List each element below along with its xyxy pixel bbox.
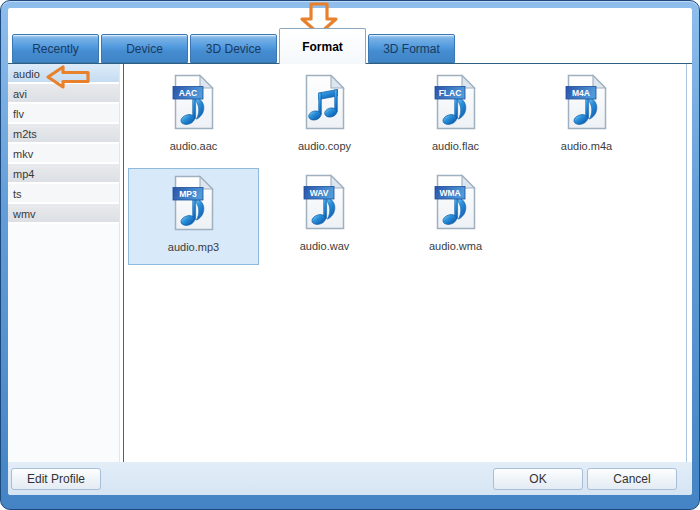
icon-grid-row-1: AACaudio.aacaudio.copyFLACaudio.flacM4Aa… bbox=[124, 68, 686, 165]
profile-icon-label: audio.copy bbox=[259, 140, 390, 152]
sidebar-item-m2ts[interactable]: m2ts bbox=[8, 124, 119, 144]
profile-icon-label: audio.flac bbox=[390, 140, 521, 152]
profile-icon-audio-m4a[interactable]: M4Aaudio.m4a bbox=[521, 68, 652, 165]
svg-text:M4A: M4A bbox=[572, 88, 590, 98]
tab-format[interactable]: Format bbox=[279, 28, 366, 64]
profile-icon-audio-copy[interactable]: audio.copy bbox=[259, 68, 390, 165]
sidebar-item-avi[interactable]: avi bbox=[8, 84, 119, 104]
audio-file-icon: WMA bbox=[433, 173, 479, 231]
profile-icon-label: audio.mp3 bbox=[129, 241, 258, 253]
profile-icon-label: audio.wav bbox=[259, 240, 390, 252]
profile-icon-audio-mp3[interactable]: MP3audio.mp3 bbox=[128, 168, 259, 265]
svg-text:WAV: WAV bbox=[309, 188, 328, 198]
icon-grid-row-2: MP3audio.mp3WAVaudio.wavWMAaudio.wma bbox=[124, 168, 686, 265]
dialog-body: RecentlyDevice3D DeviceFormat3D Format a… bbox=[8, 8, 692, 495]
edit-profile-button[interactable]: Edit Profile bbox=[11, 468, 101, 490]
sidebar-item-wmv[interactable]: wmv bbox=[8, 204, 119, 224]
audio-file-icon: M4A bbox=[564, 73, 610, 131]
profile-icon-label: audio.wma bbox=[390, 240, 521, 252]
tab-recently[interactable]: Recently bbox=[12, 34, 99, 63]
audio-file-icon bbox=[302, 73, 348, 131]
sidebar-item-ts[interactable]: ts bbox=[8, 184, 119, 204]
tab-device[interactable]: Device bbox=[101, 34, 188, 63]
svg-text:AAC: AAC bbox=[178, 88, 196, 98]
svg-text:WMA: WMA bbox=[439, 188, 460, 198]
tab-3d-device[interactable]: 3D Device bbox=[190, 34, 277, 63]
profile-icon-audio-aac[interactable]: AACaudio.aac bbox=[128, 68, 259, 165]
format-category-list: audioaviflvm2tsmkvmp4tswmv bbox=[8, 64, 120, 463]
sidebar-item-mkv[interactable]: mkv bbox=[8, 144, 119, 164]
sidebar-item-mp4[interactable]: mp4 bbox=[8, 164, 119, 184]
screenshot-stage: RecentlyDevice3D DeviceFormat3D Format a… bbox=[0, 0, 700, 510]
profile-icon-label: audio.m4a bbox=[521, 140, 652, 152]
profile-icon-panel: AACaudio.aacaudio.copyFLACaudio.flacM4Aa… bbox=[123, 64, 687, 463]
profile-icon-audio-flac[interactable]: FLACaudio.flac bbox=[390, 68, 521, 165]
audio-file-icon: WAV bbox=[302, 173, 348, 231]
tab-3d-format[interactable]: 3D Format bbox=[368, 34, 455, 63]
profile-dialog-window: RecentlyDevice3D DeviceFormat3D Format a… bbox=[0, 0, 700, 510]
profile-icon-audio-wav[interactable]: WAVaudio.wav bbox=[259, 168, 390, 265]
sidebar-item-audio[interactable]: audio bbox=[8, 64, 119, 84]
profile-icon-audio-wma[interactable]: WMAaudio.wma bbox=[390, 168, 521, 265]
cancel-button[interactable]: Cancel bbox=[587, 468, 677, 490]
svg-text:FLAC: FLAC bbox=[438, 88, 461, 98]
tab-bar: RecentlyDevice3D DeviceFormat3D Format bbox=[8, 8, 692, 63]
svg-text:MP3: MP3 bbox=[179, 189, 197, 199]
content-area: audioaviflvm2tsmkvmp4tswmv AACaudio.aaca… bbox=[8, 63, 692, 464]
audio-file-icon: AAC bbox=[171, 73, 217, 131]
audio-file-icon: FLAC bbox=[433, 73, 479, 131]
footer-bar: Edit Profile OK Cancel bbox=[8, 462, 692, 495]
profile-icon-label: audio.aac bbox=[128, 140, 259, 152]
audio-file-icon: MP3 bbox=[171, 174, 217, 232]
ok-button[interactable]: OK bbox=[493, 468, 583, 490]
sidebar-item-flv[interactable]: flv bbox=[8, 104, 119, 124]
